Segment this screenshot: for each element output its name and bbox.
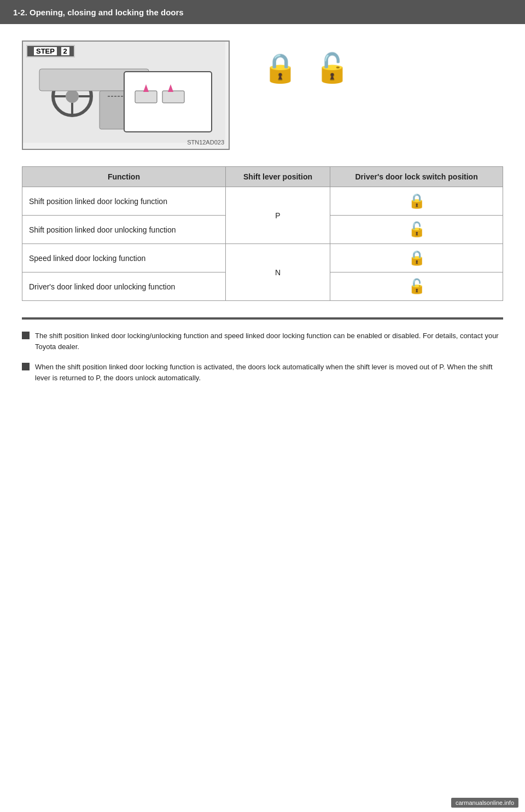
- table-row: Speed linked door locking function N 🔒: [22, 244, 503, 272]
- lock-icon-row4: 🔓: [337, 278, 496, 295]
- table-cell-icon-4: 🔓: [330, 272, 503, 301]
- function-table: Function Shift lever position Driver's d…: [22, 166, 503, 301]
- step-badge-label: STEP: [34, 47, 57, 55]
- step-image-area: STEP 2: [22, 40, 503, 150]
- note-block-2: When the shift position linked door lock…: [22, 362, 503, 383]
- svg-rect-10: [135, 91, 157, 103]
- header-title: 1-2. Opening, closing and locking the do…: [13, 8, 184, 17]
- table-cell-icon-2: 🔓: [330, 216, 503, 244]
- footer-url: carmanualsonline.info: [451, 798, 518, 808]
- table-cell-function: Shift position linked door unlocking fun…: [22, 216, 226, 244]
- table-cell-function: Speed linked door locking function: [22, 244, 226, 272]
- col-header-shift: Shift lever position: [225, 167, 330, 187]
- lock-icon-row2: 🔓: [337, 221, 496, 238]
- note-text-2: When the shift position linked door lock…: [35, 362, 503, 383]
- svg-point-2: [66, 90, 79, 103]
- image-caption: STN12AD023: [187, 139, 224, 146]
- step-badge: STEP 2: [26, 45, 75, 57]
- svg-rect-11: [162, 91, 184, 103]
- step-image-box: STEP 2: [22, 40, 230, 150]
- note-bullet-1: [22, 332, 30, 339]
- note-text-1: The shift position linked door locking/u…: [35, 330, 503, 352]
- table-cell-function: Shift position linked door locking funct…: [22, 187, 226, 216]
- lock-icons-area: 🔒 🔓: [262, 51, 350, 85]
- table-cell-shift-p: P: [225, 187, 330, 244]
- main-content: STEP 2: [0, 24, 525, 415]
- lock-icon-row1: 🔒: [337, 193, 496, 210]
- note-block-1: The shift position linked door locking/u…: [22, 330, 503, 352]
- notes-section: The shift position linked door locking/u…: [22, 330, 503, 383]
- col-header-switch: Driver's door lock switch position: [330, 167, 503, 187]
- locked-icon: 🔒: [262, 51, 298, 85]
- page-header: 1-2. Opening, closing and locking the do…: [0, 0, 525, 24]
- step-badge-number: 2: [61, 47, 69, 55]
- lock-icon-row3: 🔒: [337, 250, 496, 266]
- unlocked-icon: 🔓: [314, 51, 350, 85]
- note-bullet-2: [22, 363, 30, 370]
- table-cell-shift-n: N: [225, 244, 330, 301]
- col-header-function: Function: [22, 167, 226, 187]
- table-cell-icon-1: 🔒: [330, 187, 503, 216]
- section-divider: [22, 317, 503, 320]
- table-row: Shift position linked door locking funct…: [22, 187, 503, 216]
- table-cell-icon-3: 🔒: [330, 244, 503, 272]
- table-cell-function: Driver's door linked door unlocking func…: [22, 272, 226, 301]
